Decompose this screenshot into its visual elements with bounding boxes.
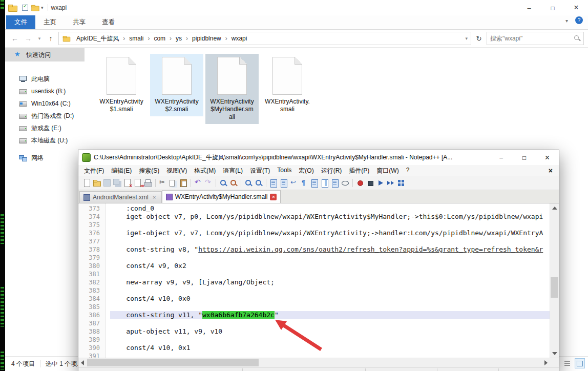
code-line[interactable]	[110, 237, 550, 245]
indent-guide-icon[interactable]	[310, 178, 319, 188]
qat-properties-icon[interactable]	[22, 4, 29, 11]
redo-icon[interactable]	[204, 178, 213, 188]
scroll-up-arrow-icon[interactable]	[550, 203, 559, 212]
breadcrumb-item[interactable]: ApkIDE_牛旋风	[74, 34, 127, 43]
menu-item[interactable]: 运行(R)	[318, 167, 346, 175]
back-button[interactable]	[9, 33, 20, 44]
up-button[interactable]	[45, 33, 56, 44]
file-monitoring-icon[interactable]	[341, 178, 350, 188]
close-icon[interactable]	[123, 178, 132, 188]
ribbon-collapse-chevron-icon[interactable]	[565, 17, 568, 24]
close-all-icon[interactable]	[133, 178, 142, 188]
undo-icon[interactable]	[194, 178, 203, 188]
menu-item[interactable]: ?	[403, 167, 413, 175]
breadcrumb-item[interactable]: pipidblnew	[190, 35, 229, 42]
sidebar-item[interactable]: userdisk (B:)	[5, 85, 85, 97]
code-line[interactable]	[110, 286, 550, 295]
new-file-icon[interactable]	[82, 178, 91, 188]
code-line[interactable]: new-array v9, v9, [Ljava/lang/Object;	[110, 278, 550, 286]
close-button[interactable]	[564, 0, 588, 15]
save-recorded-macro-icon[interactable]	[396, 178, 406, 188]
editor-tab[interactable]: AndroidManifest.xml	[79, 191, 162, 203]
menu-item[interactable]: 编辑(E)	[108, 167, 135, 175]
file-item[interactable]: WXEntryActivity$MyHandler.smali	[205, 54, 259, 124]
address-bar[interactable]: ApkIDE_牛旋风smalicomyspipidblnewwxapi	[58, 32, 471, 45]
menu-item[interactable]: 宏(O)	[295, 167, 317, 175]
address-dropdown-chevron-icon[interactable]	[465, 36, 468, 41]
scroll-right-arrow-icon[interactable]	[541, 358, 550, 367]
np-minimize-button[interactable]	[490, 150, 513, 165]
code-line[interactable]	[110, 221, 550, 229]
minimize-button[interactable]	[517, 0, 541, 15]
scroll-left-arrow-icon[interactable]	[78, 358, 87, 367]
help-button[interactable]	[575, 16, 583, 24]
sync-vertical-scroll-icon[interactable]	[269, 178, 278, 188]
find-icon[interactable]	[219, 178, 228, 188]
code-line[interactable]: iget-object v7, p0, Lcom/ys/pipidblnew/w…	[110, 213, 550, 221]
url-text[interactable]: https://api.weixin.qq.com/sns/oauth2/ref…	[198, 245, 543, 253]
search-icon[interactable]	[573, 34, 581, 43]
code-line[interactable]	[110, 254, 550, 262]
ribbon-tab[interactable]: 共享	[65, 15, 94, 29]
playback-macro-icon[interactable]	[376, 178, 385, 188]
tab-close-icon[interactable]	[270, 194, 277, 200]
replace-icon[interactable]	[229, 178, 238, 188]
code-line[interactable]	[110, 270, 550, 278]
file-item[interactable]: WXEntryActivity$1.smali	[95, 54, 148, 116]
breadcrumb-item[interactable]: smali	[127, 35, 152, 42]
cut-icon[interactable]	[158, 178, 167, 188]
code-line[interactable]: const-string v8, "https://api.weixin.qq.…	[110, 245, 550, 254]
breadcrumb-item[interactable]: wxapi	[229, 35, 249, 42]
refresh-button[interactable]	[473, 33, 485, 44]
sidebar-item[interactable]: 热门游戏盘 (D:)	[5, 110, 85, 122]
tab-close-icon[interactable]	[151, 194, 158, 201]
save-all-icon[interactable]	[113, 178, 122, 188]
code-line[interactable]: const/4 v10, 0x0	[110, 295, 550, 303]
vertical-scroll-thumb[interactable]	[551, 277, 558, 298]
file-item[interactable]: WXEntryActivity.smali	[261, 54, 314, 116]
menu-close-icon[interactable]	[549, 167, 557, 175]
forward-button[interactable]	[23, 33, 34, 44]
code-line[interactable]: :cond_0	[110, 204, 550, 213]
details-view-button[interactable]	[562, 358, 573, 368]
sidebar-item[interactable]: 网络	[5, 152, 85, 164]
menu-item[interactable]: 视图(V)	[163, 167, 191, 175]
horizontal-scroll-thumb[interactable]	[87, 359, 259, 366]
sidebar-item[interactable]: Win10x64 (C:)	[5, 97, 85, 110]
save-icon[interactable]	[102, 178, 112, 188]
zoom-out-icon[interactable]	[254, 178, 263, 188]
menu-item[interactable]: 设置(T)	[246, 167, 274, 175]
scroll-down-arrow-icon[interactable]	[550, 349, 559, 358]
paste-icon[interactable]	[179, 178, 188, 188]
word-wrap-icon[interactable]	[289, 178, 299, 188]
search-input[interactable]	[487, 35, 573, 42]
menu-item[interactable]: 搜索(S)	[135, 167, 163, 175]
file-item[interactable]: WXEntryActivity$2.smali	[150, 54, 203, 116]
recent-locations-chevron-icon[interactable]	[36, 33, 43, 44]
print-icon[interactable]	[143, 178, 153, 188]
breadcrumb-item[interactable]: ys	[174, 35, 190, 42]
sync-horizontal-scroll-icon[interactable]	[279, 178, 288, 188]
run-macro-multiple-times-icon[interactable]	[386, 178, 395, 188]
ribbon-tab[interactable]: 查看	[94, 15, 123, 29]
editor-tab[interactable]: WXEntryActivity$MyHandler.smali	[162, 190, 281, 203]
document-map-icon[interactable]	[320, 178, 329, 188]
qat-chevron-down-icon[interactable]	[41, 5, 44, 10]
vertical-scrollbar[interactable]	[550, 203, 559, 358]
sidebar-item[interactable]: 此电脑	[5, 73, 85, 85]
qat-new-folder-icon[interactable]	[31, 5, 39, 11]
np-close-button[interactable]	[536, 150, 559, 165]
menu-item[interactable]: 格式(M)	[191, 167, 219, 175]
zoom-in-icon[interactable]	[244, 178, 253, 188]
sidebar-item[interactable]: 快速访问	[5, 48, 85, 61]
code-line[interactable]: const/4 v9, 0x2	[110, 262, 550, 270]
sidebar-item[interactable]: 本地磁盘 (U:)	[5, 134, 85, 147]
function-list-icon[interactable]	[330, 178, 340, 188]
menu-item[interactable]: 语言(L)	[219, 167, 246, 175]
large-icons-view-button[interactable]	[575, 358, 585, 368]
menu-item[interactable]: 插件(P)	[345, 167, 373, 175]
maximize-button[interactable]	[541, 0, 564, 15]
copy-icon[interactable]	[169, 178, 178, 188]
sidebar-item[interactable]: 游戏盘 (E:)	[5, 122, 85, 134]
menu-item[interactable]: 窗口(W)	[373, 167, 402, 175]
